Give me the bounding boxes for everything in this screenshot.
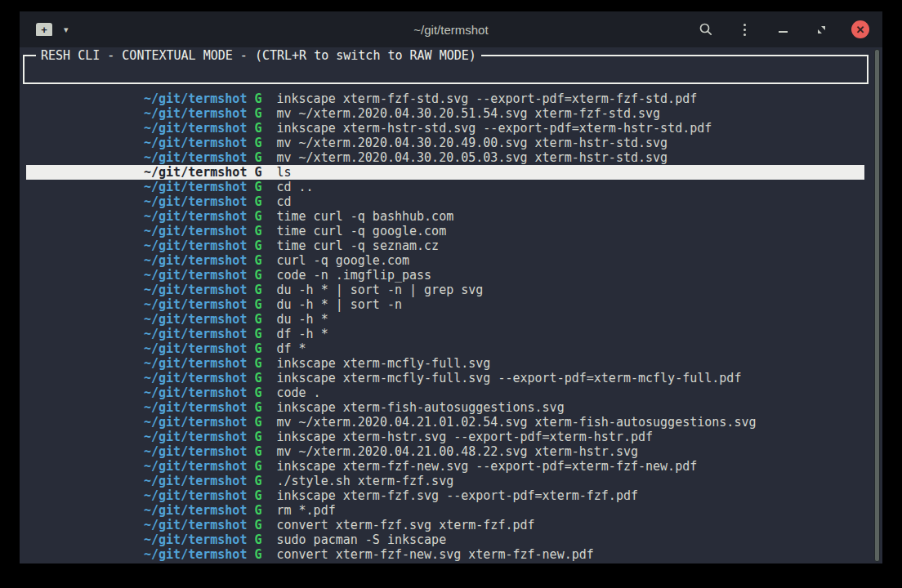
history-row[interactable]: ~/git/termshotGrm *.pdf — [26, 503, 864, 518]
history-row[interactable]: ~/git/termshotGcd .. — [26, 180, 864, 194]
row-git-indicator: G — [254, 180, 261, 194]
row-directory: ~/git/termshot — [144, 180, 247, 194]
history-row[interactable]: ~/git/termshotGtime curl -q seznam.cz — [26, 238, 864, 253]
row-git-indicator: G — [254, 283, 261, 297]
row-directory: ~/git/termshot — [144, 312, 247, 327]
history-row[interactable]: ~/git/termshotGinkscape xterm-fzf-std.sv… — [26, 91, 864, 106]
row-git-indicator: G — [254, 238, 261, 253]
history-row[interactable]: ~/git/termshotGdu -h * | sort -n | grep … — [26, 283, 864, 297]
row-command: sudo pacman -S inkscape — [276, 532, 446, 547]
history-row[interactable]: ~/git/termshotGdf * — [26, 341, 864, 356]
row-git-indicator: G — [254, 194, 261, 209]
search-icon[interactable] — [698, 21, 714, 38]
row-directory: ~/git/termshot — [144, 91, 247, 106]
row-directory: ~/git/termshot — [144, 400, 247, 415]
close-button[interactable]: ✕ — [851, 20, 869, 38]
row-git-indicator: G — [254, 385, 261, 400]
row-command: cd — [276, 194, 291, 209]
history-row[interactable]: ~/git/termshotGmv ~/xterm.2020.04.21.00.… — [26, 444, 864, 459]
history-row[interactable]: ~/git/termshotGsudo pacman -S inkscape — [26, 532, 864, 547]
row-command: mv ~/xterm.2020.04.21.00.48.22.svg xterm… — [276, 444, 638, 459]
row-command: mv ~/xterm.2020.04.30.20.49.00.svg xterm… — [276, 136, 668, 150]
menu-icon[interactable] — [736, 21, 752, 38]
row-git-indicator: G — [254, 371, 261, 385]
row-command: inkscape xterm-fish-autosuggestions.svg — [276, 400, 564, 415]
row-git-indicator: G — [254, 253, 261, 268]
history-row[interactable]: ~/git/termshotGconvert xterm-fzf-new.svg… — [26, 547, 864, 562]
row-git-indicator: G — [254, 341, 261, 356]
row-command: mv ~/xterm.2020.04.30.20.05.03.svg xterm… — [276, 150, 668, 165]
row-directory: ~/git/termshot — [144, 356, 247, 371]
row-git-indicator: G — [254, 430, 261, 444]
row-command: time curl -q google.com — [276, 224, 446, 238]
row-command: code . — [276, 385, 320, 400]
titlebar: + ▾ ~/git/termshot ✕ — [20, 11, 882, 47]
history-row[interactable]: ~/git/termshotGinkscape xterm-fish-autos… — [26, 400, 864, 415]
history-row[interactable]: ~/git/termshotGtime curl -q google.com — [26, 224, 864, 238]
minimize-button[interactable] — [775, 21, 791, 38]
history-row[interactable]: ~/git/termshotGinkscape xterm-fzf.svg --… — [26, 488, 864, 503]
history-row[interactable]: ~/git/termshotGdu -h * — [26, 312, 864, 327]
history-row[interactable]: ~/git/termshotGinkscape xterm-hstr.svg -… — [26, 430, 864, 444]
history-row[interactable]: ~/git/termshotGmv ~/xterm.2020.04.30.20.… — [26, 106, 864, 121]
history-row[interactable]: ~/git/termshotGmv ~/xterm.2020.04.30.20.… — [26, 136, 864, 150]
resh-search-input[interactable] — [26, 58, 865, 81]
history-row[interactable]: ~/git/termshotGcode -n .imgflip_pass — [26, 268, 864, 283]
history-row[interactable]: ~/git/termshotGtime curl -q bashhub.com — [26, 209, 864, 224]
history-row[interactable]: ~/git/termshotGinkscape xterm-fzf-new.sv… — [26, 459, 864, 474]
row-command: du -h * | sort -n — [276, 297, 402, 312]
row-git-indicator: G — [254, 224, 261, 238]
history-row[interactable]: ~/git/termshotGcd — [26, 194, 864, 209]
history-row[interactable]: ~/git/termshotGinkscape xterm-mcfly-full… — [26, 371, 864, 385]
row-directory: ~/git/termshot — [144, 136, 247, 150]
row-directory: ~/git/termshot — [144, 165, 247, 180]
row-directory: ~/git/termshot — [144, 327, 247, 341]
history-list: ~/git/termshotGinkscape xterm-fzf-std.sv… — [20, 91, 882, 562]
history-row[interactable]: ~/git/termshotGmv ~/xterm.2020.04.21.01.… — [26, 415, 864, 430]
row-git-indicator: G — [254, 106, 261, 121]
row-git-indicator: G — [254, 474, 261, 488]
row-git-indicator: G — [254, 165, 261, 180]
terminal-content: RESH CLI - CONTEXTUAL MODE - (CTRL+R to … — [20, 47, 882, 564]
history-row[interactable]: ~/git/termshotG./style.sh xterm-fzf.svg — [26, 474, 864, 488]
row-directory: ~/git/termshot — [144, 238, 247, 253]
row-command: inkscape xterm-mcfly-full.svg — [276, 356, 490, 371]
row-git-indicator: G — [254, 91, 261, 106]
row-directory: ~/git/termshot — [144, 253, 247, 268]
row-command: inkscape xterm-mcfly-full.svg --export-p… — [276, 371, 741, 385]
row-command: inkscape xterm-fzf.svg --export-pdf=xter… — [276, 488, 638, 503]
history-row[interactable]: ~/git/termshotGmv ~/xterm.2020.04.30.20.… — [26, 150, 864, 165]
row-command: ./style.sh xterm-fzf.svg — [276, 474, 453, 488]
row-directory: ~/git/termshot — [144, 224, 247, 238]
history-row[interactable]: ~/git/termshotGconvert xterm-fzf.svg xte… — [26, 518, 864, 532]
row-directory: ~/git/termshot — [144, 503, 247, 518]
row-command: code -n .imgflip_pass — [276, 268, 431, 283]
terminal-window: + ▾ ~/git/termshot ✕ — [20, 11, 882, 564]
history-row[interactable]: ~/git/termshotGdu -h * | sort -n — [26, 297, 864, 312]
history-row[interactable]: ~/git/termshotGls — [26, 165, 864, 180]
history-row[interactable]: ~/git/termshotGinkscape xterm-mcfly-full… — [26, 356, 864, 371]
row-git-indicator: G — [254, 444, 261, 459]
row-directory: ~/git/termshot — [144, 209, 247, 224]
history-row[interactable]: ~/git/termshotGcurl -q google.com — [26, 253, 864, 268]
row-command: du -h * — [276, 312, 328, 327]
row-command: ls — [276, 165, 291, 180]
row-git-indicator: G — [254, 209, 261, 224]
row-git-indicator: G — [254, 150, 261, 165]
scrollbar-thumb[interactable] — [874, 49, 880, 562]
history-row[interactable]: ~/git/termshotGinkscape xterm-hstr-std.s… — [26, 121, 864, 136]
row-git-indicator: G — [254, 136, 261, 150]
row-command: mv ~/xterm.2020.04.21.01.02.54.svg xterm… — [276, 415, 756, 430]
row-command: inkscape xterm-hstr.svg --export-pdf=xte… — [276, 430, 653, 444]
row-directory: ~/git/termshot — [144, 518, 247, 532]
history-row[interactable]: ~/git/termshotGcode . — [26, 385, 864, 400]
row-command: convert xterm-fzf.svg xterm-fzf.pdf — [276, 518, 534, 532]
row-command: rm *.pdf — [276, 503, 335, 518]
new-tab-button[interactable]: + — [36, 23, 52, 36]
row-directory: ~/git/termshot — [144, 474, 247, 488]
row-directory: ~/git/termshot — [144, 150, 247, 165]
restore-button[interactable] — [813, 21, 829, 38]
chevron-down-icon[interactable]: ▾ — [64, 24, 69, 35]
history-row[interactable]: ~/git/termshotGdf -h * — [26, 327, 864, 341]
row-command: df -h * — [276, 327, 328, 341]
